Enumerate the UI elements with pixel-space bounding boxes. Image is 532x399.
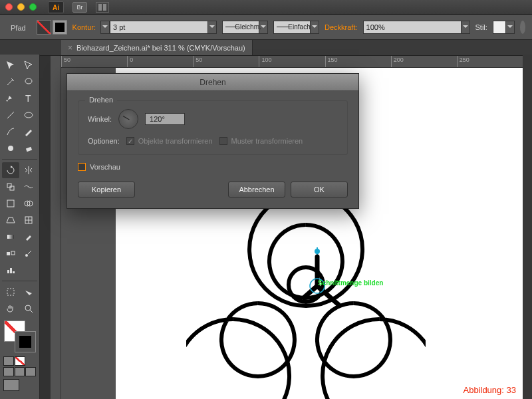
angle-input[interactable] (145, 113, 185, 125)
opacity-dropdown[interactable] (461, 21, 470, 34)
document-tab-label: Biohazard_Zeichen.ai* bei 311 % (CMYK/Vo… (76, 44, 245, 52)
close-icon[interactable] (5, 3, 13, 11)
window-titlebar: Ai Br (0, 0, 532, 15)
angle-dial[interactable] (118, 109, 138, 129)
svg-rect-15 (7, 200, 14, 207)
cloud-icon[interactable] (520, 21, 525, 34)
draw-inside[interactable] (25, 367, 36, 376)
layout-icon[interactable] (96, 2, 109, 13)
svg-rect-12 (26, 147, 32, 152)
shape-builder-tool[interactable] (20, 196, 37, 211)
lasso-tool[interactable] (20, 74, 37, 90)
style-swatch[interactable] (493, 21, 506, 34)
toolbox: T (0, 55, 40, 399)
artboard-tool[interactable] (2, 284, 19, 300)
blend-tool[interactable] (2, 245, 19, 261)
screen-mode-row (3, 379, 36, 391)
gradient-tool[interactable] (2, 229, 19, 245)
transform-patterns-checkbox: Muster transformieren (219, 137, 303, 145)
opacity-label[interactable]: Deckkraft: (325, 23, 358, 31)
rotate-dialog: Drehen Drehen Winkel: Optionen: ✓ Objekt… (66, 73, 359, 209)
column-graph-tool[interactable] (2, 262, 19, 278)
reflect-tool[interactable] (20, 162, 37, 178)
svg-point-27 (25, 305, 31, 311)
svg-rect-20 (7, 252, 10, 255)
width-tool[interactable] (20, 179, 37, 195)
stroke-label[interactable]: Kontur: (72, 23, 96, 31)
screen-mode[interactable] (3, 379, 19, 391)
draw-normal[interactable] (3, 367, 14, 376)
transform-objects-checkbox: ✓ Objekte transformieren (126, 137, 213, 145)
document-tab-row: × Biohazard_Zeichen.ai* bei 311 % (CMYK/… (0, 40, 532, 56)
fill-swatch-none[interactable] (37, 20, 51, 35)
draw-mode-row (3, 367, 36, 376)
ruler-horizontal[interactable]: 50 0 50 100 150 200 250 (61, 56, 523, 68)
style-label: Stil: (475, 23, 487, 31)
close-tab-icon[interactable]: × (68, 43, 72, 53)
svg-line-4 (303, 286, 317, 305)
color-mode[interactable] (3, 356, 14, 366)
zoom-tool[interactable] (20, 301, 37, 317)
options-label: Optionen: (88, 137, 120, 145)
rotation-pivot[interactable] (303, 247, 362, 327)
magic-wand-tool[interactable] (2, 74, 19, 90)
svg-point-11 (8, 146, 13, 151)
style-dropdown[interactable] (505, 21, 515, 34)
ellipse-tool[interactable] (20, 107, 37, 123)
copy-button[interactable]: Kopieren (78, 182, 135, 198)
brush-profile[interactable]: Einfach (273, 21, 311, 34)
cancel-button[interactable]: Abbrechen (228, 182, 285, 198)
svg-rect-24 (10, 268, 12, 273)
stroke-swatch[interactable] (53, 20, 67, 35)
dialog-title[interactable]: Drehen (67, 74, 358, 91)
stroke-stepper[interactable] (100, 21, 110, 34)
hand-tool[interactable] (2, 301, 19, 317)
draw-behind[interactable] (15, 367, 25, 376)
rotate-tool[interactable] (2, 162, 19, 178)
direct-selection-tool[interactable] (20, 57, 37, 73)
angle-label: Winkel: (88, 115, 112, 123)
none-mode[interactable] (15, 356, 25, 366)
traffic-lights (5, 3, 37, 11)
document-tab[interactable]: × Biohazard_Zeichen.ai* bei 311 % (CMYK/… (61, 40, 253, 55)
paintbrush-tool[interactable] (2, 124, 19, 140)
checkbox-icon (219, 137, 227, 145)
stroke-weight-input[interactable] (110, 21, 208, 34)
perspective-grid-tool[interactable] (2, 212, 19, 228)
selection-tool[interactable] (2, 57, 19, 73)
slice-tool[interactable] (20, 284, 37, 300)
scale-tool[interactable] (2, 179, 19, 195)
fieldset-legend: Drehen (85, 96, 117, 104)
svg-rect-13 (7, 184, 11, 188)
bridge-badge[interactable]: Br (72, 2, 87, 13)
type-tool[interactable]: T (20, 90, 37, 106)
eraser-tool[interactable] (20, 140, 37, 156)
pen-tool[interactable] (2, 90, 19, 106)
line-tool[interactable] (2, 107, 19, 123)
stroke-weight-dropdown[interactable] (207, 21, 217, 34)
checkbox-icon[interactable] (78, 163, 86, 171)
options-bar: Kontur: Gleichm. Einfach Deckkraft: Stil… (0, 15, 532, 40)
minimize-icon[interactable] (17, 3, 25, 11)
stroke-indicator[interactable] (15, 331, 36, 352)
free-transform-tool[interactable] (2, 196, 19, 211)
maximize-icon[interactable] (29, 3, 37, 11)
ruler-vertical[interactable] (51, 56, 61, 399)
svg-rect-26 (7, 289, 14, 295)
blob-brush-tool[interactable] (2, 140, 19, 156)
fill-stroke-indicator[interactable] (4, 321, 36, 352)
preview-checkbox[interactable]: Vorschau (78, 163, 120, 171)
svg-point-10 (25, 112, 33, 118)
opacity-input[interactable] (363, 21, 462, 34)
brush-profile-dropdown[interactable] (310, 21, 319, 34)
fill-stroke-swatches[interactable] (37, 20, 67, 35)
smart-guide-tooltip: Schnittmenge bilden (318, 279, 383, 287)
pencil-tool[interactable] (20, 124, 37, 140)
mesh-tool[interactable] (20, 212, 37, 228)
width-profile[interactable]: Gleichm. (222, 21, 259, 34)
eyedropper-tool[interactable] (20, 229, 37, 245)
panel-strip[interactable] (523, 55, 532, 399)
symbol-sprayer-tool[interactable] (20, 245, 37, 261)
svg-point-2 (315, 249, 319, 253)
ok-button[interactable]: OK (291, 182, 348, 198)
